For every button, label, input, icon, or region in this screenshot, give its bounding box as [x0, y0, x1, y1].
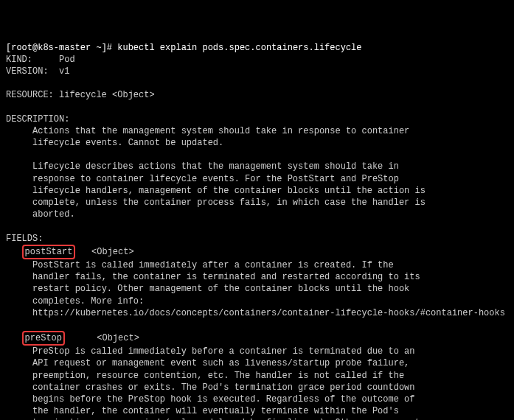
field-poststart-type: <Object>: [75, 247, 133, 257]
resource-line: RESOURCE: lifecycle <Object>: [6, 90, 155, 100]
field-poststart-name: postStart: [22, 245, 76, 259]
command-text[interactable]: kubectl explain pods.spec.containers.lif…: [112, 43, 361, 53]
prompt-path: ~: [96, 43, 101, 53]
field-prestop-desc: PreStop is called immediately before a c…: [6, 346, 505, 420]
field-prestop-name: preStop: [22, 331, 65, 346]
version-line: VERSION: v1: [6, 66, 69, 77]
fields-header: FIELDS:: [6, 234, 43, 244]
prompt-userhost: root@k8s-master: [11, 43, 91, 53]
field-poststart-desc: PostStart is called immediately after a …: [6, 260, 505, 318]
description-para1: Actions that the management system shoul…: [6, 126, 409, 148]
kind-line: KIND: Pod: [6, 55, 75, 65]
prompt-line: [root@k8s-master ~]# kubectl explain pod…: [6, 43, 362, 53]
description-para2: Lifecycle describes actions that the man…: [6, 161, 426, 220]
prompt-close: ]#: [102, 43, 112, 53]
description-header: DESCRIPTION:: [6, 114, 69, 125]
field-prestop-type: <Object>: [65, 333, 139, 343]
